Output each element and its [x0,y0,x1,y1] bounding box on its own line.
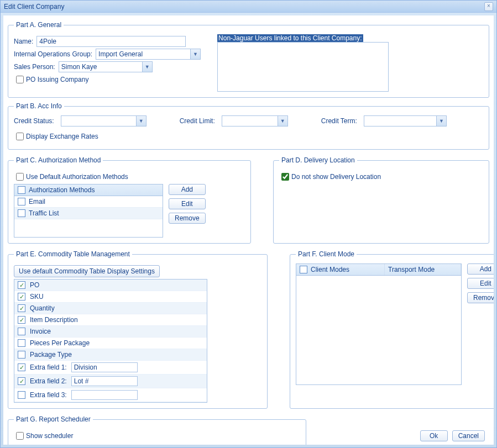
credit-term-input[interactable] [364,116,436,126]
part-g-legend: Part G. Report Scheduler [14,415,93,423]
client-mode-grid[interactable]: Client Modes Transport Mode [296,263,462,385]
client-mode-header[interactable]: Client Modes Transport Mode [296,264,461,276]
row-checkbox[interactable] [18,209,25,217]
credit-limit-combo[interactable]: ▼ [222,115,288,127]
commodity-checklist: POSKUQuantityItem DescriptionInvoicePiec… [14,279,207,403]
add-button[interactable]: Add [169,184,206,195]
credit-status-input[interactable] [61,116,136,126]
dialog-body: Part A. General Name: Internal Operation… [3,15,494,445]
item-checkbox[interactable] [18,316,25,324]
list-item[interactable]: Item Description [14,314,207,326]
sales-input[interactable] [59,62,142,72]
add-button[interactable]: Add [467,263,494,275]
part-c-auth-method: Part C. Authorization Method Use Default… [8,156,251,244]
item-checkbox[interactable] [18,304,25,312]
edit-button[interactable]: Edit [467,278,494,289]
chevron-down-icon[interactable]: ▼ [136,116,146,126]
do-not-show-delivery-label: Do not show Delivery Location [291,173,381,181]
part-b-acc-info: Part B. Acc Info Credit Status: ▼ Credit… [8,102,489,150]
item-checkbox[interactable] [18,293,25,301]
client-mode-col1: Client Modes [311,266,349,273]
po-issuing-checkbox[interactable] [16,76,24,83]
list-item[interactable]: Invoice [14,326,207,338]
item-label: Item Description [30,316,78,324]
show-scheduler-checkbox[interactable] [16,432,24,440]
item-label: PO [30,281,39,289]
row-label: Email [29,198,45,205]
credit-limit-label: Credit Limit: [180,117,215,125]
table-row[interactable]: Email [14,196,163,208]
credit-limit-input[interactable] [222,116,278,126]
close-icon[interactable]: × [484,2,493,11]
linked-users-label: Non-Jaguar Users linked to this Client C… [217,34,363,42]
name-field[interactable] [36,36,186,47]
item-checkbox[interactable] [18,377,25,385]
item-label: Quantity [30,304,55,312]
remove-button[interactable]: Remove [467,292,494,303]
list-item[interactable]: SKU [14,291,207,303]
chevron-down-icon[interactable]: ▼ [436,116,446,126]
list-item[interactable]: PO [14,280,207,291]
ok-button[interactable]: Ok [420,430,448,441]
client-mode-col2: Transport Mode [388,266,435,273]
extra-field-input[interactable] [71,362,138,372]
list-item[interactable]: Quantity [14,303,207,314]
chevron-down-icon[interactable]: ▼ [190,49,200,59]
credit-status-label: Credit Status: [14,117,54,125]
credit-term-combo[interactable]: ▼ [364,115,447,127]
table-row[interactable]: Traffic List [14,208,163,219]
row-checkbox[interactable] [18,198,25,205]
extra-field-input[interactable] [71,376,138,386]
item-checkbox[interactable] [18,391,25,399]
remove-button[interactable]: Remove [169,213,206,224]
cancel-button[interactable]: Cancel [452,430,485,441]
part-f-client-mode: Part F. Client Mode Client Modes Transpo… [290,250,494,409]
credit-term-label: Credit Term: [321,117,357,125]
item-checkbox[interactable] [18,363,25,371]
use-default-commodity-button[interactable]: Use default Commodity Table Display Sett… [14,265,160,277]
sales-combo[interactable]: ▼ [59,61,153,72]
item-checkbox[interactable] [18,351,25,359]
chevron-down-icon[interactable]: ▼ [142,62,152,72]
list-item[interactable]: Extra field 2: [14,375,207,388]
part-c-legend: Part C. Authorization Method [14,156,103,164]
dialog-window: Edit Client Company × Part A. General Na… [0,0,497,448]
list-item[interactable]: Extra field 1: [14,361,207,375]
extra-field-input[interactable] [71,390,138,400]
part-f-legend: Part F. Client Mode [296,250,357,258]
list-item[interactable]: Pieces Per Package [14,338,207,349]
item-label: Extra field 2: [30,377,67,385]
iog-input[interactable] [96,49,190,59]
do-not-show-delivery-checkbox[interactable] [281,173,289,181]
item-checkbox[interactable] [18,339,25,347]
name-label: Name: [14,38,33,45]
show-scheduler-label: Show scheduler [26,432,73,440]
item-checkbox[interactable] [18,328,25,335]
window-title: Edit Client Company [4,3,64,10]
sales-label: Sales Person: [14,63,55,71]
item-label: Package Type [30,351,72,359]
auth-grid-header[interactable]: Authorization Methods [14,185,163,196]
client-mode-header-checkbox[interactable] [300,266,307,273]
list-item[interactable]: Extra field 3: [14,388,207,402]
auth-header-checkbox[interactable] [18,186,25,194]
po-issuing-label: PO Issuing Company [26,76,88,83]
item-checkbox[interactable] [18,281,25,289]
list-item[interactable]: Package Type [14,349,207,361]
display-rates-label: Display Exchange Rates [26,133,98,140]
auth-methods-grid[interactable]: Authorization Methods Email Traffic List [14,184,163,238]
auth-header-label: Authorization Methods [29,186,95,194]
display-rates-checkbox[interactable] [16,133,24,140]
titlebar: Edit Client Company × [1,1,496,13]
part-b-legend: Part B. Acc Info [14,102,64,110]
linked-users-box[interactable] [217,42,389,92]
iog-combo[interactable]: ▼ [96,49,201,60]
use-default-auth-checkbox[interactable] [16,173,24,181]
iog-label: Internal Operations Group: [14,50,92,58]
part-a-general: Part A. General Name: Internal Operation… [8,21,489,98]
part-g-report-scheduler: Part G. Report Scheduler Show scheduler … [8,415,306,445]
item-label: SKU [30,293,44,301]
edit-button[interactable]: Edit [169,198,206,209]
credit-status-combo[interactable]: ▼ [61,115,147,127]
chevron-down-icon[interactable]: ▼ [278,116,287,126]
